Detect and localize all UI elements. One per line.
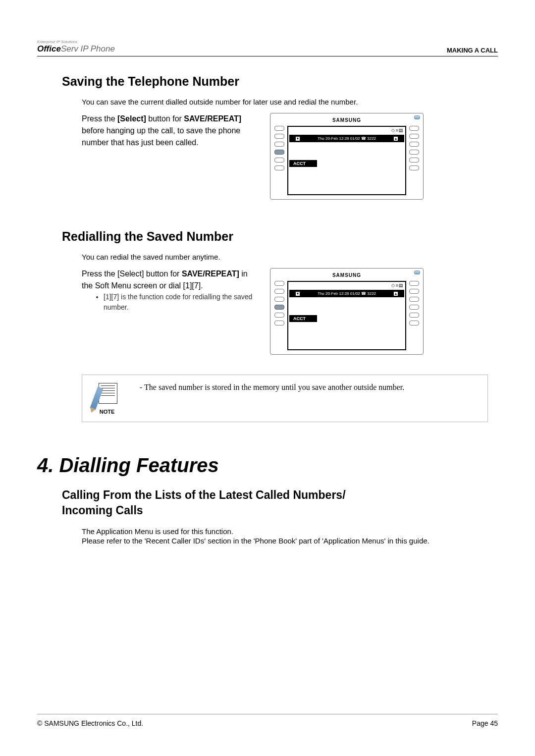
phone-status-icons: ◇ ≡ ▤ (288, 127, 405, 134)
phone-led-icon (414, 270, 420, 274)
note-icon (95, 382, 119, 407)
sec1-instructions: Press the [Select] button for SAVE/REPEA… (82, 113, 255, 200)
subheading-calling: Calling From the Lists of the Latest Cal… (62, 487, 498, 518)
brand-light: Serv IP Phone (61, 44, 115, 54)
heading-saving: Saving the Telephone Number (62, 74, 498, 89)
phone-key (409, 289, 419, 294)
phone-led-icon (414, 115, 420, 119)
phone-key (409, 297, 419, 302)
note-box: NOTE - The saved number is stored in the… (82, 375, 488, 422)
sec2-instr-pre: Press the [Select] button for (82, 270, 182, 278)
chap-p1: The Application Menu is used for this fu… (82, 527, 448, 536)
sec2-bullet-list: [1][7] is the function code for redialli… (104, 292, 255, 313)
footer-page: Page 45 (472, 719, 498, 727)
phone-screen: ◇ ≡ ▤ ▼ Thu 20-Feb 12:28 01/02 ☎ 3222 ▲ … (287, 126, 406, 195)
scroll-up-icon: ▲ (394, 137, 398, 141)
phone-body: ◇ ≡ ▤ ▼ Thu 20-Feb 12:28 01/02 ☎ 3222 ▲ … (274, 126, 419, 195)
footer-copyright: © SAMSUNG Electronics Co., Ltd. (37, 719, 143, 727)
phone-key (409, 150, 419, 155)
phone-key (409, 313, 419, 318)
phone-key (274, 165, 284, 170)
phone-key (409, 165, 419, 170)
sec2-two-col: Press the [Select] button for SAVE/REPEA… (82, 268, 498, 355)
phone-key (274, 297, 284, 302)
phone-key (274, 126, 284, 131)
note-icon-cell: NOTE (82, 375, 132, 422)
page-footer: © SAMSUNG Electronics Co., Ltd. Page 45 (37, 714, 498, 727)
chapter-heading: 4. Dialling Features (37, 454, 498, 477)
phone-key (274, 289, 284, 294)
sec2-intro: You can redial the saved number anytime. (82, 253, 448, 261)
phone-row-text: Thu 20-Feb 12:28 01/02 ☎ 3222 (318, 136, 376, 141)
header-section-label: MAKING A CALL (447, 47, 498, 54)
phone-key (274, 313, 284, 318)
note-text: - The saved number is stored in the memo… (132, 375, 487, 422)
sec1-instr-mid: button for (146, 114, 184, 123)
brand-tagline: Enterprise IP Solutions (37, 40, 115, 44)
phone-body: ◇ ≡ ▤ ▼ Thu 20-Feb 12:28 01/02 ☎ 3222 ▲ … (274, 281, 419, 350)
sec2-instructions: Press the [Select] button for SAVE/REPEA… (82, 268, 255, 355)
sub-l2: Incoming Calls (62, 504, 143, 517)
phone-status-icons: ◇ ≡ ▤ (288, 282, 405, 289)
chap-p2: Please refer to the 'Recent Caller IDs' … (82, 537, 448, 545)
phone-highlighted-row: ▼ Thu 20-Feb 12:28 01/02 ☎ 3222 ▲ (289, 135, 404, 142)
scroll-up-icon: ▲ (394, 292, 398, 296)
phone-left-keys (274, 126, 284, 170)
phone-key (409, 281, 419, 286)
phone-display-1: SAMSUNG ◇ ≡ ▤ ▼ Thu 20-Feb 12:28 01/02 ☎… (270, 113, 424, 200)
heading-redialling: Redialling the Saved Number (62, 229, 498, 244)
note-label: NOTE (100, 409, 115, 415)
phone-acct-label: ACCT (289, 315, 317, 322)
brand-main: OfficeServ IP Phone (37, 44, 115, 54)
phone-left-keys (274, 281, 284, 325)
phone-key-selected (274, 305, 284, 310)
brand-bold: Office (37, 44, 61, 54)
sec1-instr-b2: SAVE/REPEAT] (184, 114, 241, 123)
phone-key (409, 134, 419, 139)
phone-logo: SAMSUNG (274, 117, 419, 123)
phone-screen: ◇ ≡ ▤ ▼ Thu 20-Feb 12:28 01/02 ☎ 3222 ▲ … (287, 281, 406, 350)
phone-key (274, 321, 284, 325)
sec1-intro: You can save the current dialled outside… (82, 98, 448, 106)
sec2-instr-b1: SAVE/REPEAT] (182, 270, 239, 278)
phone-key (409, 126, 419, 131)
phone-key (274, 158, 284, 162)
phone-key (274, 134, 284, 139)
phone-logo: SAMSUNG (274, 272, 419, 278)
phone-key (409, 158, 419, 162)
phone-key (274, 281, 284, 286)
page-header: Enterprise IP Solutions OfficeServ IP Ph… (37, 40, 498, 56)
brand-block: Enterprise IP Solutions OfficeServ IP Ph… (37, 40, 115, 54)
sec1-instr-post: before hanging up the call, to save the … (82, 126, 240, 147)
phone-key (409, 321, 419, 325)
scroll-down-icon: ▼ (296, 137, 300, 141)
sec1-instr-b1: [Select] (117, 114, 146, 123)
phone-highlighted-row: ▼ Thu 20-Feb 12:28 01/02 ☎ 3222 ▲ (289, 290, 404, 297)
phone-display-2: SAMSUNG ◇ ≡ ▤ ▼ Thu 20-Feb 12:28 01/02 ☎… (270, 268, 424, 355)
phone-key (274, 142, 284, 147)
phone-key (409, 142, 419, 147)
phone-row-text: Thu 20-Feb 12:28 01/02 ☎ 3222 (318, 291, 376, 296)
phone-key-selected (274, 150, 284, 155)
sub-l1: Calling From the Lists of the Latest Cal… (62, 488, 346, 501)
sec1-two-col: Press the [Select] button for SAVE/REPEA… (82, 113, 498, 200)
sec1-instr-pre: Press the (82, 114, 117, 123)
sec2-bullet: [1][7] is the function code for redialli… (104, 292, 255, 313)
scroll-down-icon: ▼ (296, 292, 300, 296)
phone-right-keys (409, 281, 419, 325)
phone-right-keys (409, 126, 419, 170)
phone-acct-label: ACCT (289, 160, 317, 167)
phone-key (409, 305, 419, 310)
